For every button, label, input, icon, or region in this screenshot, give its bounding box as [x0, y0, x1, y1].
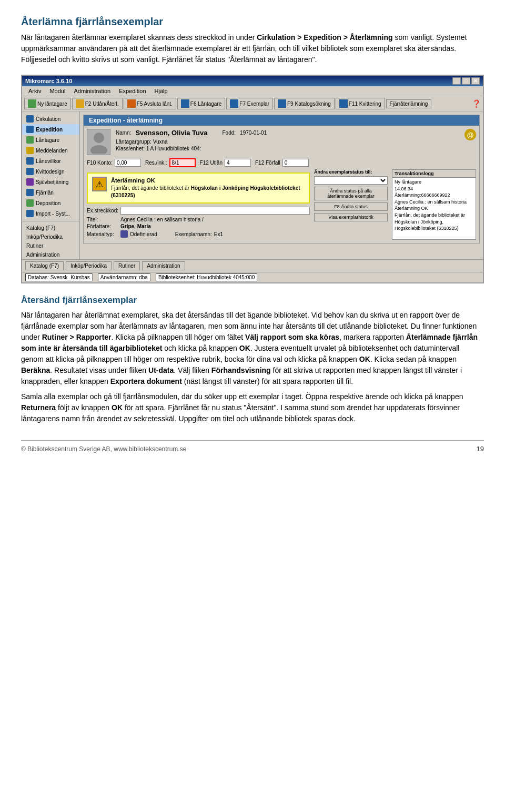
title-row: Titel: Agnes Cecilia : en sällsam histor…: [87, 217, 310, 222]
kvittodesign-icon: [26, 168, 34, 175]
patron-info: Namn: Svensson, Olivia Tuva Fodd: 1970-0…: [116, 129, 459, 151]
history-button[interactable]: Visa exemplarhistorik: [314, 213, 388, 221]
exemplar-status-select[interactable]: [314, 176, 388, 185]
sidebar-item-cirkulation[interactable]: Cirkulation: [22, 114, 79, 124]
sidebar-item-sjalvbetjaning[interactable]: Självbetjäning: [22, 177, 79, 187]
sidebar-label-sjalvbetjaning: Självbetjäning: [36, 179, 68, 185]
translog-entry-5: Fjärrlån, det ägande biblioteket är Högs…: [395, 212, 473, 225]
res-value[interactable]: 8/1: [169, 158, 196, 167]
forfall-group: F12 Förfall 0: [255, 159, 309, 167]
toolbar-f7[interactable]: F7 Exemplar: [226, 98, 273, 109]
section2-paragraph1: När låntagaren har återlämnat exemplaret…: [21, 310, 484, 387]
streckkod-input[interactable]: [120, 207, 310, 215]
toolbar-f9[interactable]: F9 Katalogsökning: [274, 98, 335, 109]
alert-ok: Återlämning OK: [111, 177, 305, 185]
help-icon[interactable]: ❓: [472, 99, 481, 108]
class-value: 1 A Huvudbibliotek 404:: [146, 146, 201, 151]
rutiner-btn[interactable]: Rutiner: [114, 261, 140, 270]
sidebar-item-lantagare[interactable]: Låntagare: [22, 135, 79, 145]
toolbar-f5[interactable]: F5 Avsluta lånt.: [124, 98, 176, 109]
sidebar-item-deposition[interactable]: Deposition: [22, 198, 79, 208]
material-row: Materialtyp: Odefinierad Exemplarnamn: E…: [87, 230, 310, 238]
menu-hjalp[interactable]: Hjälp: [150, 87, 172, 95]
expedition-body: Namn: Svensson, Olivia Tuva Fodd: 1970-0…: [84, 126, 479, 243]
menu-modul[interactable]: Modul: [45, 87, 69, 95]
f5-label: F5 Avsluta lånt.: [137, 101, 173, 107]
inkop-btn[interactable]: Inköp/Periodika: [66, 261, 112, 270]
f5-icon: [127, 99, 136, 108]
toolbar-ny-lantagare[interactable]: Ny låntagare: [24, 98, 71, 109]
menu-expedition[interactable]: Expedition: [115, 87, 150, 95]
forfall-label: F12 Förfall: [255, 160, 280, 166]
close-button[interactable]: ✕: [471, 77, 480, 85]
f7-label: F7 Exemplar: [239, 101, 269, 107]
s2p2-text: Samla alla exemplar och gå till fjärrlån…: [21, 392, 463, 401]
alert-box: ⚠ Återlämning OK Fjärrlån, det ägande bi…: [87, 172, 310, 204]
toolbar-fjarraterlamning[interactable]: Fjärråterlämning: [386, 99, 432, 108]
section2-paragraph2: Samla alla exemplar och gå till fjärrlån…: [21, 391, 484, 424]
katalog-f7-btn[interactable]: Katalog (F7): [25, 261, 64, 270]
sidebar-item-expedition[interactable]: Expedition: [22, 124, 79, 135]
statusbar-user: Användarnamn: dba: [98, 273, 150, 281]
sidebar-item-fjarrlan[interactable]: Fjärrlån: [22, 187, 79, 198]
f10-value[interactable]: 0,00: [115, 159, 141, 167]
patron-photo: [87, 129, 110, 155]
alert-detail: Fjärrlån, det ägande biblioteket är Högs…: [111, 185, 305, 199]
sidebar-item-katalog[interactable]: Katalog (F7): [22, 224, 79, 232]
translog-entry-3: Agnes Cecilia : en sällsam historia: [395, 199, 473, 206]
translog-entry-1: 14:06:34: [395, 186, 473, 192]
translog-entry-6: Högskolebiblioteket (6310225): [395, 225, 473, 232]
toolbar-f2[interactable]: F2 Utlån/Återl.: [72, 98, 123, 109]
svg-point-1: [90, 145, 107, 154]
group-value: Vuxna: [153, 139, 168, 145]
s2p1-end5: . Klicka sedan på knappen: [370, 355, 457, 363]
f11-label: F11 Kvittering: [349, 101, 381, 107]
toolbar-f6[interactable]: F6 Låntagare: [177, 98, 226, 109]
software-screenshot: Mikromarc 3.6.10 _ □ ✕ Arkiv Modul Admin…: [21, 75, 484, 283]
lantagare-icon: [26, 136, 34, 144]
s2p1-end: . Klicka på pilknappen till höger om fäl…: [112, 333, 245, 341]
group-label: Låntagargrupp:: [116, 139, 152, 145]
author-label: Författare:: [87, 224, 118, 229]
sidebar-item-kvittodesign[interactable]: Kvittodesign: [22, 166, 79, 177]
footer-copyright: © Bibliotekscentrum Sverige AB, www.bibl…: [21, 445, 186, 453]
sidebar-item-inkop[interactable]: Inköp/Periodika: [22, 232, 79, 241]
sidebar-label-kvittodesign: Kvittodesign: [36, 169, 64, 175]
fjarrlan-icon: [26, 189, 34, 196]
utlan-value[interactable]: 4: [225, 159, 251, 167]
s2p1-bold7: Ut-data: [148, 366, 174, 374]
f8-button[interactable]: F8 Ändra status: [314, 202, 388, 211]
menu-arkiv[interactable]: Arkiv: [24, 87, 45, 95]
intro-bold-1: Cirkulation > Expedition >: [257, 33, 348, 42]
exemplar-value: Ex1: [214, 231, 223, 237]
sidebar-item-rutiner[interactable]: Rutiner: [22, 241, 79, 250]
f7-icon: [230, 99, 238, 108]
maximize-button[interactable]: □: [462, 77, 470, 85]
title-value: Agnes Cecilia : en sällsam historia /: [120, 217, 204, 222]
sidebar-divider-1: [22, 221, 79, 221]
translog-entry-2: Återlämning:66666669922: [395, 192, 473, 199]
right-panel-label: Ändra exemplarstatus till:: [314, 169, 388, 175]
sidebar-item-admin[interactable]: Administration: [22, 250, 79, 259]
fjarraterlamning-label: Fjärråterlämning: [390, 101, 428, 107]
f6-icon: [181, 99, 189, 108]
sidebar-label-lantagare: Låntagare: [36, 137, 59, 143]
forfall-value[interactable]: 0: [282, 159, 309, 167]
f10-group: F10 Konto: 0,00: [87, 159, 141, 167]
material-label: Materialtyp:: [87, 231, 118, 237]
sidebar-item-lanevillkor[interactable]: Lånevillkor: [22, 156, 79, 166]
change-all-button[interactable]: Ändra status på alla återlämnade exempla…: [314, 187, 388, 200]
patron-top-row: Namn: Svensson, Olivia Tuva Fodd: 1970-0…: [87, 129, 476, 155]
dob-label: Fodd:: [223, 130, 236, 136]
menu-administration[interactable]: Administration: [69, 87, 115, 95]
class-label: Klass/enhet:: [116, 146, 145, 151]
minimize-button[interactable]: _: [452, 77, 461, 85]
sidebar-label-expedition: Expedition: [36, 127, 63, 133]
expedition-panel: Expedition - återlämning Namn:: [83, 115, 480, 243]
s2p1-bold1: Rutiner > Rapporter: [42, 333, 112, 341]
sidebar-item-import[interactable]: Import - Syst...: [22, 208, 79, 219]
sidebar-item-meddelanden[interactable]: Meddelanden: [22, 145, 79, 156]
toolbar-f11[interactable]: F11 Kvittering: [336, 98, 385, 109]
admin-btn[interactable]: Administration: [142, 261, 185, 270]
intro-bold-2: Återlämning: [350, 33, 393, 42]
